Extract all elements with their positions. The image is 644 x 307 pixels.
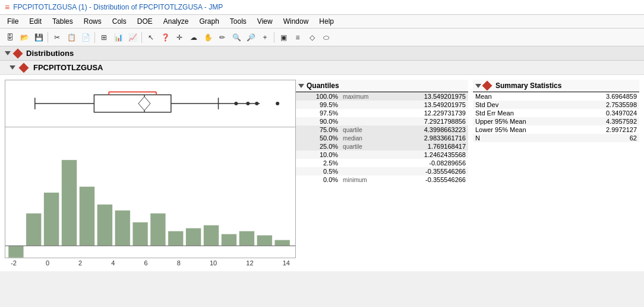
svg-rect-16 — [62, 160, 77, 246]
variable-diamond-icon — [19, 62, 29, 73]
quantile-value: 7.2921798856 — [391, 117, 468, 126]
x-label-8: 14 — [283, 259, 290, 267]
menu-item-file[interactable]: File — [2, 16, 23, 27]
toolbar-btn-10[interactable]: ↖ — [144, 31, 157, 44]
summary-row: Std Err Mean 0.3497024 — [473, 109, 639, 117]
toolbar-btn-1[interactable]: 🗄 — [4, 31, 17, 44]
toolbar-btn-9[interactable]: 📈 — [126, 31, 139, 44]
toolbar-btn-15[interactable]: ✏ — [216, 31, 229, 44]
svg-rect-22 — [168, 231, 184, 246]
quantiles-panel: Quantiles 100.0% maximum 13.549201975 99… — [296, 80, 468, 267]
summary-label: Std Err Mean — [473, 109, 574, 117]
toolbar-btn-17[interactable]: 🔎 — [244, 31, 257, 44]
distributions-diamond-icon — [13, 48, 23, 58]
menu-item-rows[interactable]: Rows — [79, 16, 106, 27]
summary-label: Std Dev — [473, 101, 574, 109]
x-axis-labels: -2 0 2 4 6 8 10 12 14 — [5, 258, 296, 267]
app-icon: ≡ — [5, 2, 10, 12]
summary-diamond-icon — [482, 81, 493, 91]
variable-header[interactable]: FPCPITOTLZGUSA — [0, 61, 644, 75]
summary-panel: Summary Statistics Mean 3.6964859 Std De… — [473, 80, 639, 267]
menu-item-cols[interactable]: Cols — [108, 16, 131, 27]
toolbar-btn-3[interactable]: 💾 — [32, 31, 45, 44]
quantile-row: 97.5% 12.229731739 — [296, 109, 468, 117]
toolbar-btn-19[interactable]: ▣ — [277, 31, 290, 44]
summary-value: 4.3957592 — [574, 117, 639, 126]
chart-panel: -2 0 2 4 6 8 10 12 14 — [5, 80, 296, 267]
quantiles-title: Quantiles — [307, 82, 339, 90]
quantile-pct: 25.0% — [296, 142, 340, 151]
histogram-area — [5, 127, 296, 258]
sep-4 — [274, 32, 274, 43]
quantile-pct: 2.5% — [296, 159, 340, 167]
quantile-value: -0.08289656 — [391, 159, 468, 167]
toolbar-btn-5[interactable]: 📋 — [65, 31, 78, 44]
svg-rect-19 — [115, 210, 130, 246]
quantile-row: 25.0% quartile 1.769168417 — [296, 142, 468, 151]
main-content: Distributions FPCPITOTLZGUSA — [0, 46, 644, 271]
sep-1 — [48, 32, 48, 43]
x-label-0: -2 — [11, 259, 17, 267]
toolbar-btn-21[interactable]: ◇ — [305, 31, 318, 44]
toolbar-btn-22[interactable]: ⬭ — [320, 31, 333, 44]
svg-rect-27 — [257, 235, 272, 246]
toolbar-btn-13[interactable]: ☁ — [187, 31, 200, 44]
toolbar-btn-8[interactable]: 📊 — [112, 31, 125, 44]
toolbar-btn-18[interactable]: + — [258, 31, 272, 44]
menu-item-view[interactable]: View — [252, 16, 277, 27]
distributions-label: Distributions — [26, 49, 74, 58]
quantiles-header[interactable]: Quantiles — [296, 80, 468, 92]
quantile-label: quartile — [340, 142, 391, 151]
x-label-4: 6 — [144, 259, 148, 267]
quantile-value: 12.229731739 — [391, 109, 468, 117]
x-label-6: 10 — [210, 259, 217, 267]
toolbar-btn-14[interactable]: ✋ — [201, 31, 214, 44]
svg-rect-21 — [150, 213, 166, 246]
toolbar-btn-12[interactable]: ✛ — [173, 31, 186, 44]
summary-collapse-icon — [475, 84, 481, 88]
svg-rect-25 — [222, 234, 237, 246]
svg-point-9 — [234, 102, 238, 105]
distributions-collapse-icon — [5, 51, 11, 55]
svg-rect-14 — [26, 213, 42, 246]
quantile-pct: 99.5% — [296, 101, 340, 109]
toolbar-btn-7[interactable]: ⊞ — [97, 31, 111, 44]
menu-bar: FileEditTablesRowsColsDOEAnalyzeGraphToo… — [0, 15, 644, 29]
quantile-row: 0.5% -0.355546266 — [296, 167, 468, 176]
summary-row: N 62 — [473, 134, 639, 142]
toolbar-btn-2[interactable]: 📂 — [18, 31, 31, 44]
menu-item-tools[interactable]: Tools — [225, 16, 251, 27]
histogram-svg — [5, 127, 295, 258]
toolbar-btn-20[interactable]: ≡ — [291, 31, 304, 44]
toolbar-btn-6[interactable]: 📄 — [79, 31, 92, 44]
menu-item-edit[interactable]: Edit — [24, 16, 46, 27]
menu-item-tables[interactable]: Tables — [48, 16, 78, 27]
x-label-5: 8 — [177, 259, 181, 267]
svg-rect-26 — [239, 231, 254, 246]
toolbar-btn-11[interactable]: ❓ — [159, 31, 172, 44]
summary-table: Mean 3.6964859 Std Dev 2.7535598 Std Err… — [473, 92, 639, 142]
menu-item-window[interactable]: Window — [279, 16, 314, 27]
sep-2 — [94, 32, 95, 43]
summary-label: N — [473, 134, 574, 142]
menu-item-help[interactable]: Help — [314, 16, 339, 27]
quantile-pct: 0.5% — [296, 167, 340, 176]
menu-item-doe[interactable]: DOE — [132, 16, 157, 27]
quantile-row: 99.5% 13.549201975 — [296, 101, 468, 109]
quantile-pct: 75.0% — [296, 126, 340, 134]
quantile-pct: 100.0% — [296, 92, 340, 101]
summary-row: Std Dev 2.7535598 — [473, 101, 639, 109]
svg-rect-24 — [204, 225, 219, 246]
distributions-header[interactable]: Distributions — [0, 46, 644, 61]
summary-header[interactable]: Summary Statistics — [473, 80, 639, 92]
summary-value: 2.9972127 — [574, 126, 639, 134]
quantile-value: -0.355546266 — [391, 176, 468, 184]
toolbar: 🗄 📂 💾 ✂ 📋 📄 ⊞ 📊 📈 ↖ ❓ ✛ ☁ ✋ ✏ 🔍 🔎 + ▣ ≡ … — [0, 29, 644, 46]
menu-item-graph[interactable]: Graph — [194, 16, 223, 27]
toolbar-btn-4[interactable]: ✂ — [50, 31, 64, 44]
quantile-value: 2.9833661716 — [391, 134, 468, 142]
quantile-value: 13.549201975 — [391, 92, 468, 101]
toolbar-btn-16[interactable]: 🔍 — [230, 31, 243, 44]
quantile-row: 10.0% 1.2462435568 — [296, 151, 468, 159]
menu-item-analyze[interactable]: Analyze — [159, 16, 194, 27]
